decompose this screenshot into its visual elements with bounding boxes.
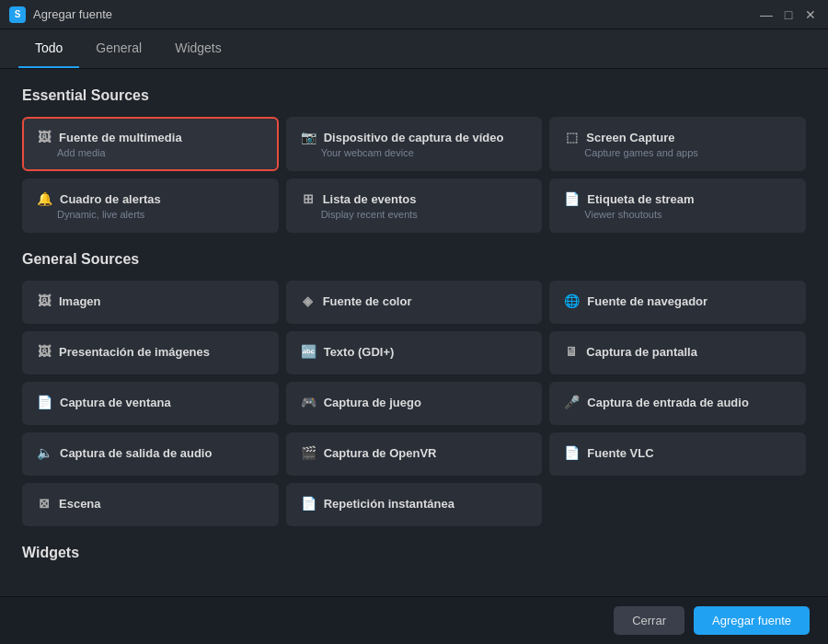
source-replay[interactable]: 📄 Repetición instantánea (286, 483, 543, 526)
screencap-label: Screen Capture (586, 131, 674, 144)
alerts-label: Cuadro de alertas (60, 192, 161, 206)
general-sources-section: General Sources 🖼 Imagen ◈ Fuente de col… (22, 251, 806, 526)
source-vlc[interactable]: 📄 Fuente VLC (549, 432, 806, 476)
multimedia-sub: Add media (37, 147, 264, 158)
source-openvr[interactable]: 🎬 Captura de OpenVR (286, 432, 543, 476)
main-content: Essential Sources 🖼 Fuente de multimedia… (0, 69, 828, 597)
source-audioout[interactable]: 🔈 Captura de salida de audio (22, 432, 279, 476)
source-webcam[interactable]: 📷 Dispositivo de captura de vídeo Your w… (286, 117, 543, 171)
stream-tag-label: Etiqueta de stream (587, 192, 694, 206)
slideshow-icon: 🖼 (37, 344, 52, 359)
source-image[interactable]: 🖼 Imagen (22, 281, 279, 324)
text-label: Texto (GDI+) (324, 345, 395, 359)
audioin-icon: 🎤 (564, 395, 580, 409)
webcam-label: Dispositivo de captura de vídeo (324, 131, 504, 144)
source-monitor[interactable]: 🖥 Captura de pantalla (549, 331, 806, 374)
cancel-button[interactable]: Cerrar (614, 606, 684, 635)
confirm-button[interactable]: Agregar fuente (694, 606, 810, 635)
browser-label: Fuente de navegador (587, 294, 707, 308)
events-label: Lista de eventos (323, 192, 417, 206)
color-label: Fuente de color (323, 294, 412, 308)
text-icon: 🔤 (301, 344, 316, 359)
tab-widgets[interactable]: Widgets (158, 29, 238, 68)
titlebar-left: S Agregar fuente (9, 6, 112, 23)
footer: Cerrar Agregar fuente (0, 596, 828, 644)
source-scene[interactable]: ⊠ Escena (22, 483, 279, 526)
vlc-label: Fuente VLC (587, 446, 653, 460)
multimedia-icon: 🖼 (37, 130, 52, 144)
alerts-icon: 🔔 (37, 191, 52, 206)
source-browser[interactable]: 🌐 Fuente de navegador (549, 281, 806, 324)
game-icon: 🎮 (301, 395, 316, 409)
tabs: Todo General Widgets (0, 29, 828, 69)
source-text[interactable]: 🔤 Texto (GDI+) (286, 331, 543, 374)
replay-icon: 📄 (301, 496, 316, 511)
stream-tag-sub: Viewer shoutouts (564, 209, 791, 220)
alerts-sub: Dynamic, live alerts (37, 209, 264, 220)
audioin-label: Captura de entrada de audio (587, 396, 749, 409)
widgets-section: Widgets (22, 545, 806, 561)
monitor-icon: 🖥 (564, 344, 579, 359)
monitor-label: Captura de pantalla (586, 345, 697, 359)
close-button[interactable]: ✕ (802, 6, 819, 23)
multimedia-label: Fuente de multimedia (59, 131, 182, 144)
stream-tag-icon: 📄 (564, 191, 580, 206)
browser-icon: 🌐 (564, 293, 580, 308)
vlc-icon: 📄 (564, 445, 580, 460)
essential-sources-grid: 🖼 Fuente de multimedia Add media 📷 Dispo… (22, 117, 806, 233)
source-events[interactable]: ⊞ Lista de eventos Display recent events (286, 178, 543, 233)
window-label: Captura de ventana (60, 396, 171, 409)
openvr-label: Captura de OpenVR (324, 446, 437, 460)
titlebar-title: Agregar fuente (33, 7, 112, 21)
source-alerts[interactable]: 🔔 Cuadro de alertas Dynamic, live alerts (22, 178, 279, 233)
source-slideshow[interactable]: 🖼 Presentación de imágenes (22, 331, 279, 374)
source-window[interactable]: 📄 Captura de ventana (22, 382, 279, 425)
audioout-label: Captura de salida de audio (60, 446, 212, 460)
essential-sources-section: Essential Sources 🖼 Fuente de multimedia… (22, 87, 806, 233)
maximize-button[interactable]: □ (780, 6, 797, 23)
image-label: Imagen (59, 294, 101, 308)
replay-label: Repetición instantánea (324, 497, 454, 511)
screencap-icon: ⬚ (564, 130, 579, 144)
openvr-icon: 🎬 (301, 445, 316, 460)
source-stream-tag[interactable]: 📄 Etiqueta de stream Viewer shoutouts (549, 178, 806, 233)
titlebar-controls: — □ ✕ (758, 6, 819, 23)
webcam-icon: 📷 (301, 130, 316, 144)
essential-sources-title: Essential Sources (22, 87, 806, 104)
source-color[interactable]: ◈ Fuente de color (286, 281, 543, 324)
app-logo: S (9, 6, 26, 23)
general-sources-grid: 🖼 Imagen ◈ Fuente de color 🌐 Fuente de n… (22, 281, 806, 526)
window-icon: 📄 (37, 395, 52, 409)
minimize-button[interactable]: — (758, 6, 775, 23)
scene-icon: ⊠ (37, 496, 52, 511)
source-audioin[interactable]: 🎤 Captura de entrada de audio (549, 382, 806, 425)
events-sub: Display recent events (301, 209, 528, 220)
image-icon: 🖼 (37, 293, 52, 308)
scene-label: Escena (59, 497, 101, 511)
widgets-title: Widgets (22, 545, 806, 561)
tab-todo[interactable]: Todo (18, 29, 79, 68)
webcam-sub: Your webcam device (301, 147, 528, 158)
slideshow-label: Presentación de imágenes (59, 345, 210, 359)
audioout-icon: 🔈 (37, 445, 52, 460)
screencap-sub: Capture games and apps (564, 147, 791, 158)
source-game[interactable]: 🎮 Captura de juego (286, 382, 543, 425)
events-icon: ⊞ (301, 191, 316, 206)
source-screencap[interactable]: ⬚ Screen Capture Capture games and apps (549, 117, 806, 171)
titlebar: S Agregar fuente — □ ✕ (0, 0, 828, 29)
source-multimedia[interactable]: 🖼 Fuente de multimedia Add media (22, 117, 279, 171)
general-sources-title: General Sources (22, 251, 806, 268)
game-label: Captura de juego (324, 396, 421, 409)
tab-general[interactable]: General (79, 29, 158, 68)
color-icon: ◈ (301, 293, 316, 308)
